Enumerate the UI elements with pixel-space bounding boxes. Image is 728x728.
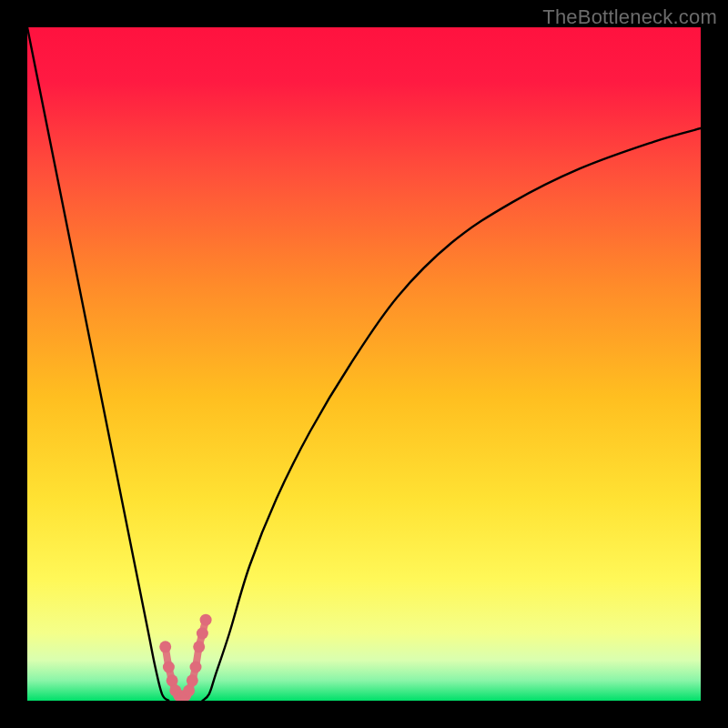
plot-area (27, 27, 701, 701)
svg-point-7 (183, 684, 195, 696)
chart-svg (27, 27, 701, 701)
svg-point-1 (163, 662, 175, 673)
svg-point-11 (197, 628, 208, 640)
svg-point-12 (200, 614, 212, 626)
chart-frame: TheBottleneck.com (0, 0, 728, 728)
svg-point-10 (193, 641, 205, 652)
svg-point-8 (187, 674, 198, 686)
gradient-background (27, 27, 701, 701)
svg-point-2 (167, 674, 178, 686)
svg-point-0 (159, 641, 171, 652)
svg-point-9 (190, 662, 202, 673)
watermark-text: TheBottleneck.com (542, 5, 717, 29)
